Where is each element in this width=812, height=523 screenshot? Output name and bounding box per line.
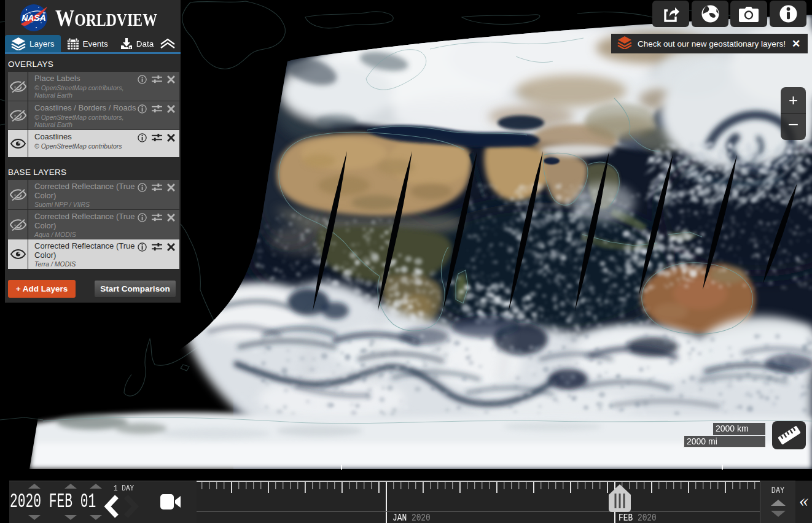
svg-text:NASA: NASA (21, 13, 46, 23)
